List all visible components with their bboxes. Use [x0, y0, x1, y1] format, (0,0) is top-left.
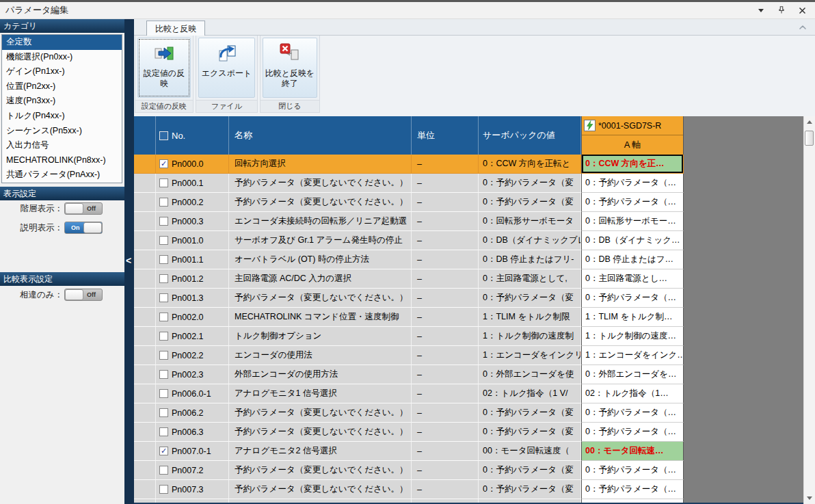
- parameter-checkbox[interactable]: [159, 466, 168, 475]
- parameter-checkbox[interactable]: [159, 389, 168, 398]
- table-row[interactable]: Pn002.3 外部エンコーダの使用方法 – 0：外部エンコーダを使 0：外部エ…: [134, 365, 803, 384]
- category-list[interactable]: 全定数機能選択(Pn0xx-)ゲイン(Pn1xx-)位置(Pn2xx-)速度(P…: [1, 34, 122, 183]
- servo-value-cell[interactable]: 0：DB 停止またはフリ-: [479, 250, 581, 269]
- sidebar-collapse-handle[interactable]: <: [124, 19, 134, 504]
- axis-value-cell[interactable]: 1：トルク制御の速度…: [581, 327, 684, 346]
- axis-value-cell[interactable]: 0：回転形サーボモー…: [581, 212, 684, 231]
- description-display-toggle[interactable]: On: [64, 222, 103, 234]
- servo-value-cell[interactable]: 00：モータ回転速度（: [479, 442, 581, 461]
- parameter-checkbox[interactable]: [159, 332, 168, 341]
- servo-value-cell[interactable]: 0：予約パラメータ（変: [479, 289, 581, 308]
- sidebar-item-category[interactable]: MECHATROLINK(Pn8xx-): [2, 153, 122, 168]
- parameter-checkbox[interactable]: [159, 313, 168, 321]
- axis-value-cell[interactable]: 0：CCW 方向を正…: [581, 155, 684, 174]
- row-selector-cell[interactable]: [134, 250, 156, 269]
- row-selector-cell[interactable]: [134, 269, 156, 289]
- table-row[interactable]: Pn006.2 予約パラメータ（変更しないでください。） – 0：予約パラメータ…: [134, 403, 803, 423]
- servo-value-cell[interactable]: 0：予約パラメータ（変: [479, 480, 581, 499]
- servo-value-cell[interactable]: 0：予約パラメータ（変: [479, 403, 581, 423]
- axis-value-cell[interactable]: 0：予約パラメータ（…: [581, 289, 684, 308]
- table-row[interactable]: Pn000.3 エンコーダ未接続時の回転形／リニア起動選 – 0：回転形サーボモ…: [134, 212, 803, 231]
- servo-value-cell[interactable]: 0：外部エンコーダを使: [479, 365, 581, 384]
- scroll-down-button[interactable]: [804, 492, 815, 504]
- axis-value-cell[interactable]: 0：予約パラメータ（…: [581, 174, 684, 193]
- parameter-checkbox[interactable]: [159, 255, 168, 264]
- parameter-checkbox[interactable]: [159, 351, 168, 360]
- table-row[interactable]: Pn002.2 エンコーダの使用法 – 1：エンコーダをインクリメ 1：エンコー…: [134, 346, 803, 365]
- axis-value-cell[interactable]: 02：トルク指令（1…: [581, 384, 684, 403]
- hierarchy-display-toggle[interactable]: Off: [64, 202, 103, 215]
- row-selector-cell[interactable]: [134, 423, 156, 442]
- table-row[interactable]: Pn007.2 予約パラメータ（変更しないでください。） – 0：予約パラメータ…: [134, 461, 803, 480]
- servo-value-cell[interactable]: 0：回転形サーボモータ: [479, 212, 581, 231]
- row-selector-cell[interactable]: [134, 231, 156, 250]
- servo-value-cell[interactable]: 1：エンコーダをインクリメ: [479, 346, 581, 365]
- axis-value-cell[interactable]: 0：DB 停止またはフ…: [581, 250, 684, 269]
- column-header-axis[interactable]: *0001-SGD7S-R A 軸: [581, 116, 684, 155]
- parameter-checkbox[interactable]: [159, 370, 168, 379]
- table-row[interactable]: Pn000.2 予約パラメータ（変更しないでください。） – 0：予約パラメータ…: [134, 193, 803, 212]
- servo-value-cell[interactable]: 1：TLIM をトルク制限: [479, 308, 581, 327]
- row-selector-cell[interactable]: [134, 212, 156, 231]
- axis-value-cell[interactable]: 0：予約パラメータ（…: [581, 193, 684, 212]
- servo-value-cell[interactable]: 02：トルク指令（1 V/: [479, 384, 581, 403]
- table-vertical-scrollbar[interactable]: [803, 116, 815, 504]
- sidebar-item-category[interactable]: 速度(Pn3xx-): [2, 94, 122, 109]
- parameter-checkbox[interactable]: [159, 217, 168, 226]
- parameter-checkbox[interactable]: [159, 274, 168, 283]
- axis-value-cell[interactable]: 1：エンコーダをインク…: [581, 346, 684, 365]
- table-row[interactable]: Pn001.2 主回路電源 AC/DC 入力の選択 – 0：主回路電源として, …: [134, 269, 803, 289]
- row-selector-cell[interactable]: [134, 403, 156, 423]
- row-selector-cell[interactable]: [134, 289, 156, 308]
- servo-value-cell[interactable]: 0：予約パラメータ（変: [479, 174, 581, 193]
- row-selector-cell[interactable]: [134, 308, 156, 327]
- column-header-name[interactable]: 名称: [229, 116, 412, 155]
- sidebar-item-category[interactable]: 位置(Pn2xx-): [2, 79, 122, 94]
- parameter-checkbox[interactable]: [159, 159, 168, 168]
- servo-value-cell[interactable]: 0：予約パラメータ（変: [479, 461, 581, 480]
- sidebar-item-category[interactable]: トルク(Pn4xx-): [2, 109, 122, 124]
- row-selector-cell[interactable]: [134, 384, 156, 403]
- row-selector-cell[interactable]: [134, 442, 156, 461]
- parameter-checkbox[interactable]: [159, 293, 168, 302]
- row-selector-cell[interactable]: [134, 155, 156, 174]
- parameter-checkbox[interactable]: [159, 178, 168, 187]
- table-row[interactable]: Pn001.0 サーボオフ及び Gr.1 アラーム発生時の停止 – 0：DB（ダ…: [134, 231, 803, 250]
- sidebar-item-category[interactable]: シーケンス(Pn5xx-): [2, 124, 122, 139]
- servo-value-cell[interactable]: 0：予約パラメータ（変: [479, 423, 581, 442]
- table-row[interactable]: Pn006.3 予約パラメータ（変更しないでください。） – 0：予約パラメータ…: [134, 423, 803, 442]
- diff-only-toggle[interactable]: Off: [64, 289, 103, 301]
- parameter-checkbox[interactable]: [159, 447, 168, 455]
- row-selector-cell[interactable]: [134, 461, 156, 480]
- parameter-checkbox[interactable]: [159, 485, 168, 494]
- sidebar-item-category[interactable]: 入出力信号: [2, 138, 122, 153]
- pin-button[interactable]: [777, 5, 786, 15]
- select-all-checkbox[interactable]: [159, 131, 168, 140]
- table-row[interactable]: Pn007.3 予約パラメータ（変更しないでください。） – 0：予約パラメータ…: [134, 480, 803, 499]
- table-row[interactable]: Pn001.3 予約パラメータ（変更しないでください。） – 0：予約パラメータ…: [134, 289, 803, 308]
- sidebar-item-category[interactable]: ゲイン(Pn1xx-): [2, 64, 122, 79]
- axis-value-cell[interactable]: 0：予約パラメータ（…: [581, 403, 684, 423]
- axis-value-cell[interactable]: 1：TLIM をトルク制…: [581, 308, 684, 327]
- sidebar-item-category[interactable]: 全定数: [2, 35, 122, 50]
- servo-value-cell[interactable]: 0：CCW 方向を正転と: [479, 155, 581, 174]
- close-button[interactable]: [797, 5, 807, 15]
- column-header-unit[interactable]: 単位: [412, 116, 479, 155]
- axis-value-cell[interactable]: 0：外部エンコーダを…: [581, 365, 684, 384]
- row-selector-cell[interactable]: [134, 174, 156, 193]
- servo-value-cell[interactable]: 0：DB（ダイナミックブレ: [479, 231, 581, 250]
- row-selector-cell[interactable]: [134, 193, 156, 212]
- axis-value-cell[interactable]: 00：モータ回転速…: [581, 442, 684, 461]
- scroll-up-button[interactable]: [804, 116, 815, 128]
- axis-value-cell[interactable]: 0：DB（ダイナミック…: [581, 231, 684, 250]
- table-row[interactable]: Pn007.0-1 アナログモニタ2 信号選択 – 00：モータ回転速度（ 00…: [134, 442, 803, 461]
- table-row[interactable]: Pn000.0 回転方向選択 – 0：CCW 方向を正転と 0：CCW 方向を正…: [134, 155, 803, 174]
- parameter-checkbox[interactable]: [159, 198, 168, 207]
- ribbon-collapse-button[interactable]: [797, 23, 808, 31]
- tab-compare-reflect[interactable]: 比較と反映: [146, 21, 205, 36]
- sidebar-item-category[interactable]: 共通パラメータ(PnAxx-): [2, 168, 122, 183]
- window-menu-button[interactable]: [756, 5, 766, 15]
- table-row[interactable]: Pn002.0 MECHATROLINK コマンド位置・速度制御 – 1：TLI…: [134, 308, 803, 327]
- apply-values-button[interactable]: 設定値の反映: [137, 38, 191, 98]
- table-row[interactable]: Pn006.0-1 アナログモニタ1 信号選択 – 02：トルク指令（1 V/ …: [134, 384, 803, 403]
